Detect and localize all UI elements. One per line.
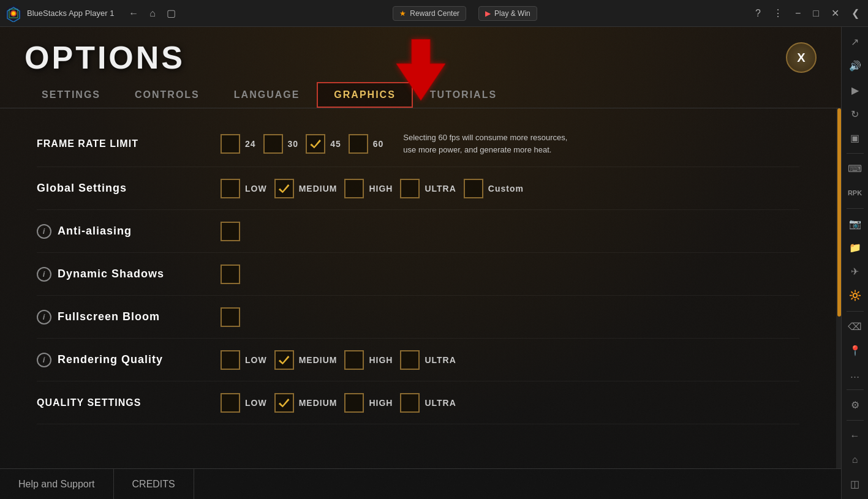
dynamic-shadows-checkbox[interactable] <box>221 265 240 284</box>
rq-low-checkbox[interactable] <box>221 350 240 370</box>
global-ultra-checkbox[interactable] <box>400 179 420 198</box>
home-nav-icon[interactable]: ⌂ <box>844 449 866 470</box>
fps-30-option[interactable]: 30 <box>263 134 299 154</box>
qs-medium-option[interactable]: MEDIUM <box>274 393 338 413</box>
qs-ultra-option[interactable]: ULTRA <box>400 393 456 413</box>
rq-medium-option[interactable]: MEDIUM <box>274 350 338 370</box>
fps-60-checkbox[interactable] <box>349 134 368 154</box>
fps-60-option[interactable]: 60 <box>349 134 384 154</box>
global-custom-label: Custom <box>488 184 524 193</box>
qs-ultra-label: ULTRA <box>425 398 456 408</box>
fps-24-label: 24 <box>245 139 256 149</box>
tab-controls[interactable]: CONTROLS <box>118 82 217 108</box>
home-icon[interactable]: ⌂ <box>147 6 158 21</box>
expand-icon[interactable]: ↗ <box>844 32 866 52</box>
windows-icon[interactable]: ▢ <box>164 5 178 21</box>
reward-center-button[interactable]: ★ Reward Center <box>393 6 466 21</box>
rq-low-option[interactable]: LOW <box>221 350 267 370</box>
fps-45-checkbox[interactable] <box>306 134 325 154</box>
rendering-quality-row: i Rendering Quality LOW MEDIUM <box>37 339 799 381</box>
global-high-option[interactable]: HIGH <box>344 179 393 198</box>
play-icon[interactable]: ▶ <box>844 80 866 100</box>
global-settings-row: Global Settings LOW MEDIUM <box>37 167 799 210</box>
back-icon[interactable]: ← <box>126 6 141 21</box>
location-icon[interactable]: 📍 <box>844 340 866 361</box>
rq-ultra-option[interactable]: ULTRA <box>400 350 456 370</box>
global-medium-checkbox[interactable] <box>274 179 294 198</box>
rendering-quality-controls: LOW MEDIUM HIGH ULTRA <box>221 350 799 370</box>
fps-24-option[interactable]: 24 <box>221 134 256 154</box>
minimize-button[interactable]: − <box>791 6 804 21</box>
dynamic-shadows-controls <box>221 265 799 284</box>
more-icon[interactable]: … <box>844 364 866 385</box>
global-low-option[interactable]: LOW <box>221 179 267 198</box>
frame-rate-label: FRAME RATE LIMIT <box>37 138 221 149</box>
global-ultra-option[interactable]: ULTRA <box>400 179 456 198</box>
frame-rate-controls: 24 30 45 60 <box>221 132 799 156</box>
rq-medium-checkbox[interactable] <box>274 350 294 370</box>
rq-ultra-label: ULTRA <box>425 355 456 365</box>
tablet-icon[interactable]: 🔆 <box>844 285 866 306</box>
anti-aliasing-checkbox[interactable] <box>221 222 240 241</box>
global-custom-option[interactable]: Custom <box>464 179 524 198</box>
dynamic-shadows-info-icon[interactable]: i <box>37 267 51 282</box>
rq-ultra-checkbox[interactable] <box>400 350 420 370</box>
keyboard-icon[interactable]: ⌨ <box>844 159 866 179</box>
refresh-icon[interactable]: ▣ <box>844 128 866 148</box>
fullscreen-bloom-checkbox[interactable] <box>221 307 240 327</box>
help-button[interactable]: ? <box>752 6 764 21</box>
scrollbar-thumb[interactable] <box>837 108 841 317</box>
qs-high-option[interactable]: HIGH <box>344 393 393 413</box>
back-nav-icon[interactable]: ← <box>844 426 866 446</box>
rq-high-label: HIGH <box>369 355 393 365</box>
menu-button[interactable]: ⋮ <box>769 5 787 21</box>
help-support-button[interactable]: Help and Support <box>0 469 114 499</box>
settings-content: FRAME RATE LIMIT 24 30 45 <box>0 108 836 468</box>
sound-icon[interactable]: 🔊 <box>844 56 866 76</box>
scrollbar[interactable] <box>836 108 841 468</box>
anti-aliasing-info-icon[interactable]: i <box>37 224 51 239</box>
app-title: BlueStacks App Player 1 <box>27 9 114 18</box>
global-medium-option[interactable]: MEDIUM <box>274 179 338 198</box>
global-custom-checkbox[interactable] <box>464 179 483 198</box>
eraser-icon[interactable]: ⌫ <box>844 316 866 336</box>
credits-button[interactable]: CREDITS <box>114 469 194 499</box>
fps-30-checkbox[interactable] <box>263 134 283 154</box>
options-close-button[interactable]: X <box>786 42 817 73</box>
settings-icon[interactable]: ⚙ <box>844 395 866 415</box>
global-low-checkbox[interactable] <box>221 179 240 198</box>
sidebar-toggle-icon[interactable]: ❮ <box>848 5 863 21</box>
global-high-checkbox[interactable] <box>344 179 364 198</box>
folder-icon[interactable]: 📁 <box>844 238 866 258</box>
qs-ultra-checkbox[interactable] <box>400 393 420 413</box>
fps-60-label: 60 <box>373 139 384 149</box>
rq-high-checkbox[interactable] <box>344 350 364 370</box>
sidebar-divider-4 <box>847 389 864 390</box>
fps-45-label: 45 <box>330 139 341 149</box>
fullscreen-bloom-info-icon[interactable]: i <box>37 310 51 325</box>
rq-high-option[interactable]: HIGH <box>344 350 393 370</box>
qs-low-checkbox[interactable] <box>221 393 240 413</box>
qs-low-option[interactable]: LOW <box>221 393 267 413</box>
apk-icon[interactable]: RPK <box>844 182 866 203</box>
airplane-icon[interactable]: ✈ <box>844 261 866 282</box>
maximize-button[interactable]: □ <box>809 6 823 21</box>
play-win-button[interactable]: ▶ Play & Win <box>478 6 537 21</box>
rq-low-label: LOW <box>245 355 267 365</box>
scrollbar-track <box>837 108 841 468</box>
qs-medium-checkbox[interactable] <box>274 393 294 413</box>
qs-low-label: LOW <box>245 398 267 408</box>
tab-language[interactable]: LANGUAGE <box>217 82 317 108</box>
qs-high-checkbox[interactable] <box>344 393 364 413</box>
rq-medium-label: MEDIUM <box>299 355 338 365</box>
rendering-quality-info-icon[interactable]: i <box>37 353 51 367</box>
fps-24-checkbox[interactable] <box>221 134 240 154</box>
apps-icon[interactable]: ◫ <box>844 474 866 494</box>
camera-icon[interactable]: 📷 <box>844 214 866 234</box>
window-close-button[interactable]: ✕ <box>828 5 843 21</box>
rotate-icon[interactable]: ↻ <box>844 104 866 124</box>
fps-45-option[interactable]: 45 <box>306 134 341 154</box>
tab-settings[interactable]: SETTINGS <box>25 82 118 108</box>
quality-settings-label: QUALITY SETTINGS <box>37 397 221 408</box>
main-area: OPTIONS X SETTINGS CONTROLS LANGUAGE GRA… <box>0 27 868 499</box>
